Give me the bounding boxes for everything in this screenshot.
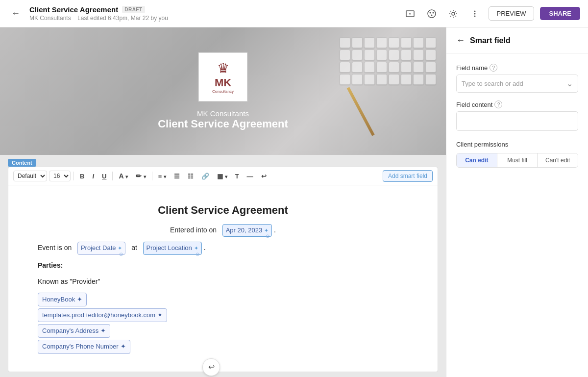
toolbar-divider-2 [112,172,113,180]
field-name-placeholder: Type to search or add [462,80,523,87]
document-banner: ♛ MK Consultancy MK Consultants Client S… [0,27,446,155]
svg-point-2 [428,10,436,18]
format-button[interactable]: T [232,171,242,181]
back-button[interactable]: ← [8,6,24,22]
bullet-list-button[interactable]: ☰ [171,171,183,181]
must-fill-button[interactable]: Must fill [497,153,538,167]
panel-body: Field name ? Type to search or add ⌄ Fie… [446,54,588,177]
event-is-on-line: Event is on Project Date ✦ ⊙ at Project … [38,242,408,254]
align-button[interactable]: ≡ ▾ [155,171,169,181]
link-icon: 🔗 [201,173,209,180]
gear-icon [448,9,458,19]
honeybook-value: HoneyBook [42,294,75,305]
align-icon: ≡ [158,173,162,180]
date-field-anchor: ⊙ [266,232,270,240]
panel-back-icon: ← [456,35,465,45]
field-content-help-icon[interactable]: ? [494,101,502,108]
phone-asterisk: ✦ [121,341,126,352]
format-icon: T [235,173,239,180]
svg-point-9 [474,15,475,17]
panel-title: Smart field [470,36,511,45]
svg-point-8 [474,13,475,14]
editor-wrapper: Default 16 B I U A ▾ ✏ ▾ [8,167,438,372]
field-name-help-icon[interactable]: ? [490,64,497,72]
table-button[interactable]: ▦ ▾ [214,171,230,181]
known-as-line: Known as "Provider" [38,276,408,288]
share-button[interactable]: SHARE [540,7,580,20]
draft-badge: DRAFT [122,6,145,13]
honeybook-asterisk: ✦ [77,294,82,305]
settings-button[interactable] [445,6,461,22]
bullet-icon: ☰ [174,173,180,180]
field-name-dropdown[interactable]: Type to search or add ⌄ [456,75,578,93]
date-smart-field[interactable]: Apr 20, 2023 ✦ ⊙ [222,224,272,237]
divider-insert-button[interactable]: — [244,171,256,181]
address-value: Company's Address [42,326,98,336]
field-name-label: Field name ? [456,64,578,72]
bold-button[interactable]: B [77,171,87,181]
entered-into-line: Entered into on Apr 20, 2023 ✦ ⊙ . [38,224,408,237]
document-title: Client Service Agreement [29,5,118,14]
email-field[interactable]: templates.prod+editor@honeybook.com ✦ [38,308,167,322]
phone-field[interactable]: Company's Phone Number ✦ [38,340,130,353]
svg-point-6 [452,12,455,15]
project-date-field[interactable]: Project Date ✦ ⊙ [77,242,126,254]
field-content-box[interactable] [456,111,578,131]
more-button[interactable] [467,6,483,22]
svg-point-7 [474,10,475,12]
highlight-icon: ✏ [136,172,142,180]
theme-button[interactable] [424,6,440,22]
preview-button[interactable]: PREVIEW [489,6,535,21]
last-edited: Last edited 6:43pm, Mar 22 by you [77,15,168,22]
panel-back-button[interactable]: ← [456,35,465,46]
event-suffix: . [204,244,206,251]
undo-float-icon: ↩ [208,362,215,372]
email-value: templates.prod+editor@honeybook.com [42,310,155,321]
font-color-icon: A [119,172,123,180]
undo-button[interactable]: ↩ [258,171,270,181]
add-smart-field-button[interactable]: Add smart field [383,170,433,182]
project-location-field[interactable]: Project Location ✦ ⊙ [143,242,202,254]
palette-icon [427,9,437,19]
email-asterisk: ✦ [157,310,163,321]
honeybook-field[interactable]: HoneyBook ✦ [38,293,87,306]
document-area: ♛ MK Consultancy MK Consultants Client S… [0,27,446,377]
editor-content: Client Service Agreement Entered into on… [8,185,438,372]
font-size-select[interactable]: 16 [49,171,71,181]
topbar-subtitle: MK Consultants Last edited 6:43pm, Mar 2… [29,15,396,22]
undo-float-button[interactable]: ↩ [202,358,220,376]
recipients-icon: 5 [405,8,416,19]
style-select[interactable]: Default [13,171,47,181]
content-badge: Content [8,159,36,167]
link-button[interactable]: 🔗 [198,171,212,181]
svg-point-4 [432,12,434,13]
entered-suffix: . [274,226,276,234]
italic-button[interactable]: I [89,171,97,181]
editor-toolbar: Default 16 B I U A ▾ ✏ ▾ [8,167,438,185]
highlight-button[interactable]: ✏ ▾ [133,171,149,181]
parties-line: Parties: [38,260,408,272]
font-color-button[interactable]: A ▾ [116,171,131,181]
banner-company-name: MK Consultants [197,109,249,118]
title-area: Client Service Agreement DRAFT MK Consul… [29,5,396,22]
cant-edit-button[interactable]: Can't edit [538,153,578,167]
underline-button[interactable]: U [99,171,109,181]
company-logo: ♛ MK Consultancy [198,52,247,101]
field-content-label: Field content ? [456,101,578,108]
logo-mk: MK [212,76,234,89]
date-field-value: Apr 20, 2023 [226,225,262,236]
more-icon [470,9,479,18]
horizontal-rule-icon: — [247,173,253,180]
can-edit-button[interactable]: Can edit [457,153,497,167]
company-name: MK Consultants [29,15,71,22]
permissions-group: Can edit Must fill Can't edit [456,153,578,168]
smart-field-panel: ← Smart field Field name ? Type to searc… [446,27,588,377]
undo-float-container: ↩ [0,370,446,377]
recipients-button[interactable]: 5 [402,6,418,22]
numbered-list-button[interactable]: ☷ [185,171,196,181]
at-text: at [131,244,137,251]
address-field[interactable]: Company's Address ✦ [38,324,110,338]
crown-icon: ♛ [212,60,234,76]
document-title-row: Client Service Agreement DRAFT [29,5,396,14]
parties-heading: Parties: [38,261,63,269]
